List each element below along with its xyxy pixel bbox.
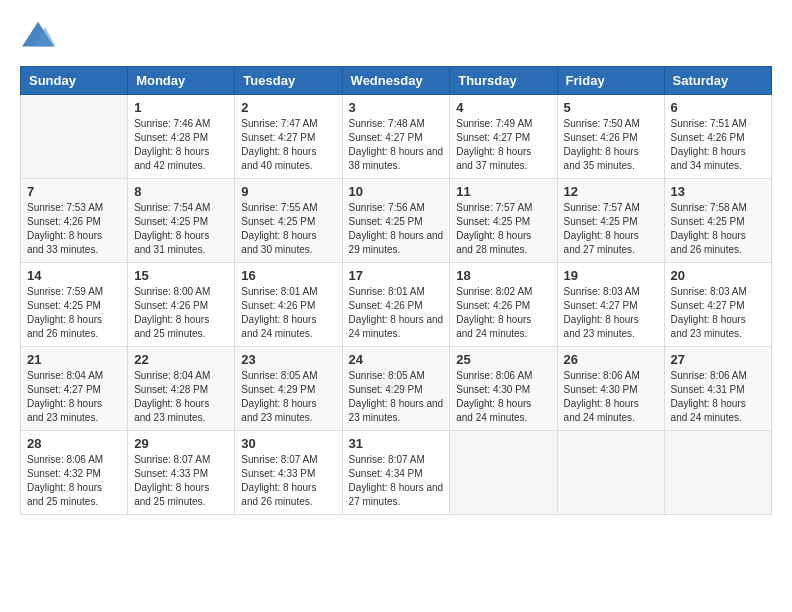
- day-detail: Sunrise: 7:47 AMSunset: 4:27 PMDaylight:…: [241, 117, 335, 173]
- day-number: 30: [241, 436, 335, 451]
- calendar-cell: 29 Sunrise: 8:07 AMSunset: 4:33 PMDaylig…: [128, 431, 235, 515]
- day-number: 14: [27, 268, 121, 283]
- calendar-cell: 8 Sunrise: 7:54 AMSunset: 4:25 PMDayligh…: [128, 179, 235, 263]
- calendar-cell: 11 Sunrise: 7:57 AMSunset: 4:25 PMDaylig…: [450, 179, 557, 263]
- calendar-table: SundayMondayTuesdayWednesdayThursdayFrid…: [20, 66, 772, 515]
- day-detail: Sunrise: 8:04 AMSunset: 4:28 PMDaylight:…: [134, 369, 228, 425]
- day-detail: Sunrise: 7:59 AMSunset: 4:25 PMDaylight:…: [27, 285, 121, 341]
- calendar-cell: 27 Sunrise: 8:06 AMSunset: 4:31 PMDaylig…: [664, 347, 771, 431]
- calendar-cell: 6 Sunrise: 7:51 AMSunset: 4:26 PMDayligh…: [664, 95, 771, 179]
- day-detail: Sunrise: 7:57 AMSunset: 4:25 PMDaylight:…: [564, 201, 658, 257]
- calendar-cell: [557, 431, 664, 515]
- calendar-cell: 1 Sunrise: 7:46 AMSunset: 4:28 PMDayligh…: [128, 95, 235, 179]
- day-number: 2: [241, 100, 335, 115]
- calendar-cell: 30 Sunrise: 8:07 AMSunset: 4:33 PMDaylig…: [235, 431, 342, 515]
- col-header-wednesday: Wednesday: [342, 67, 450, 95]
- col-header-thursday: Thursday: [450, 67, 557, 95]
- day-detail: Sunrise: 7:48 AMSunset: 4:27 PMDaylight:…: [349, 117, 444, 173]
- day-detail: Sunrise: 8:01 AMSunset: 4:26 PMDaylight:…: [349, 285, 444, 341]
- calendar-cell: 7 Sunrise: 7:53 AMSunset: 4:26 PMDayligh…: [21, 179, 128, 263]
- day-number: 1: [134, 100, 228, 115]
- day-number: 7: [27, 184, 121, 199]
- day-number: 28: [27, 436, 121, 451]
- day-detail: Sunrise: 8:07 AMSunset: 4:33 PMDaylight:…: [134, 453, 228, 509]
- day-number: 8: [134, 184, 228, 199]
- day-detail: Sunrise: 8:02 AMSunset: 4:26 PMDaylight:…: [456, 285, 550, 341]
- day-number: 4: [456, 100, 550, 115]
- calendar-cell: 31 Sunrise: 8:07 AMSunset: 4:34 PMDaylig…: [342, 431, 450, 515]
- calendar-cell: 3 Sunrise: 7:48 AMSunset: 4:27 PMDayligh…: [342, 95, 450, 179]
- calendar-cell: 10 Sunrise: 7:56 AMSunset: 4:25 PMDaylig…: [342, 179, 450, 263]
- day-detail: Sunrise: 8:06 AMSunset: 4:30 PMDaylight:…: [456, 369, 550, 425]
- day-detail: Sunrise: 7:49 AMSunset: 4:27 PMDaylight:…: [456, 117, 550, 173]
- calendar-cell: 18 Sunrise: 8:02 AMSunset: 4:26 PMDaylig…: [450, 263, 557, 347]
- calendar-week-row: 28 Sunrise: 8:06 AMSunset: 4:32 PMDaylig…: [21, 431, 772, 515]
- day-detail: Sunrise: 7:58 AMSunset: 4:25 PMDaylight:…: [671, 201, 765, 257]
- col-header-sunday: Sunday: [21, 67, 128, 95]
- calendar-header-row: SundayMondayTuesdayWednesdayThursdayFrid…: [21, 67, 772, 95]
- col-header-tuesday: Tuesday: [235, 67, 342, 95]
- calendar-week-row: 21 Sunrise: 8:04 AMSunset: 4:27 PMDaylig…: [21, 347, 772, 431]
- calendar-cell: 28 Sunrise: 8:06 AMSunset: 4:32 PMDaylig…: [21, 431, 128, 515]
- calendar-cell: [21, 95, 128, 179]
- calendar-cell: 9 Sunrise: 7:55 AMSunset: 4:25 PMDayligh…: [235, 179, 342, 263]
- day-number: 11: [456, 184, 550, 199]
- day-number: 27: [671, 352, 765, 367]
- day-number: 3: [349, 100, 444, 115]
- day-number: 6: [671, 100, 765, 115]
- day-detail: Sunrise: 7:54 AMSunset: 4:25 PMDaylight:…: [134, 201, 228, 257]
- calendar-cell: 14 Sunrise: 7:59 AMSunset: 4:25 PMDaylig…: [21, 263, 128, 347]
- day-number: 16: [241, 268, 335, 283]
- calendar-cell: 17 Sunrise: 8:01 AMSunset: 4:26 PMDaylig…: [342, 263, 450, 347]
- calendar-cell: 24 Sunrise: 8:05 AMSunset: 4:29 PMDaylig…: [342, 347, 450, 431]
- day-detail: Sunrise: 8:05 AMSunset: 4:29 PMDaylight:…: [349, 369, 444, 425]
- day-detail: Sunrise: 8:06 AMSunset: 4:30 PMDaylight:…: [564, 369, 658, 425]
- calendar-cell: 13 Sunrise: 7:58 AMSunset: 4:25 PMDaylig…: [664, 179, 771, 263]
- calendar-week-row: 7 Sunrise: 7:53 AMSunset: 4:26 PMDayligh…: [21, 179, 772, 263]
- day-detail: Sunrise: 8:04 AMSunset: 4:27 PMDaylight:…: [27, 369, 121, 425]
- calendar-cell: 16 Sunrise: 8:01 AMSunset: 4:26 PMDaylig…: [235, 263, 342, 347]
- col-header-saturday: Saturday: [664, 67, 771, 95]
- day-number: 22: [134, 352, 228, 367]
- calendar-cell: [664, 431, 771, 515]
- col-header-friday: Friday: [557, 67, 664, 95]
- day-detail: Sunrise: 7:55 AMSunset: 4:25 PMDaylight:…: [241, 201, 335, 257]
- day-detail: Sunrise: 8:07 AMSunset: 4:34 PMDaylight:…: [349, 453, 444, 509]
- day-number: 17: [349, 268, 444, 283]
- day-number: 23: [241, 352, 335, 367]
- day-detail: Sunrise: 8:00 AMSunset: 4:26 PMDaylight:…: [134, 285, 228, 341]
- logo: [20, 20, 60, 50]
- calendar-cell: 12 Sunrise: 7:57 AMSunset: 4:25 PMDaylig…: [557, 179, 664, 263]
- day-number: 21: [27, 352, 121, 367]
- day-number: 29: [134, 436, 228, 451]
- day-detail: Sunrise: 7:46 AMSunset: 4:28 PMDaylight:…: [134, 117, 228, 173]
- calendar-cell: 19 Sunrise: 8:03 AMSunset: 4:27 PMDaylig…: [557, 263, 664, 347]
- day-number: 18: [456, 268, 550, 283]
- day-number: 31: [349, 436, 444, 451]
- day-detail: Sunrise: 8:01 AMSunset: 4:26 PMDaylight:…: [241, 285, 335, 341]
- day-number: 25: [456, 352, 550, 367]
- col-header-monday: Monday: [128, 67, 235, 95]
- day-detail: Sunrise: 8:06 AMSunset: 4:31 PMDaylight:…: [671, 369, 765, 425]
- day-number: 13: [671, 184, 765, 199]
- calendar-week-row: 14 Sunrise: 7:59 AMSunset: 4:25 PMDaylig…: [21, 263, 772, 347]
- day-number: 5: [564, 100, 658, 115]
- day-detail: Sunrise: 7:50 AMSunset: 4:26 PMDaylight:…: [564, 117, 658, 173]
- day-number: 19: [564, 268, 658, 283]
- page-header: [20, 20, 772, 50]
- calendar-cell: 22 Sunrise: 8:04 AMSunset: 4:28 PMDaylig…: [128, 347, 235, 431]
- day-number: 20: [671, 268, 765, 283]
- day-number: 12: [564, 184, 658, 199]
- day-number: 24: [349, 352, 444, 367]
- day-detail: Sunrise: 8:07 AMSunset: 4:33 PMDaylight:…: [241, 453, 335, 509]
- day-detail: Sunrise: 8:03 AMSunset: 4:27 PMDaylight:…: [671, 285, 765, 341]
- logo-icon: [20, 20, 56, 50]
- calendar-cell: 21 Sunrise: 8:04 AMSunset: 4:27 PMDaylig…: [21, 347, 128, 431]
- day-detail: Sunrise: 7:51 AMSunset: 4:26 PMDaylight:…: [671, 117, 765, 173]
- day-detail: Sunrise: 7:53 AMSunset: 4:26 PMDaylight:…: [27, 201, 121, 257]
- calendar-cell: 15 Sunrise: 8:00 AMSunset: 4:26 PMDaylig…: [128, 263, 235, 347]
- calendar-cell: 26 Sunrise: 8:06 AMSunset: 4:30 PMDaylig…: [557, 347, 664, 431]
- day-number: 15: [134, 268, 228, 283]
- day-number: 9: [241, 184, 335, 199]
- calendar-cell: 23 Sunrise: 8:05 AMSunset: 4:29 PMDaylig…: [235, 347, 342, 431]
